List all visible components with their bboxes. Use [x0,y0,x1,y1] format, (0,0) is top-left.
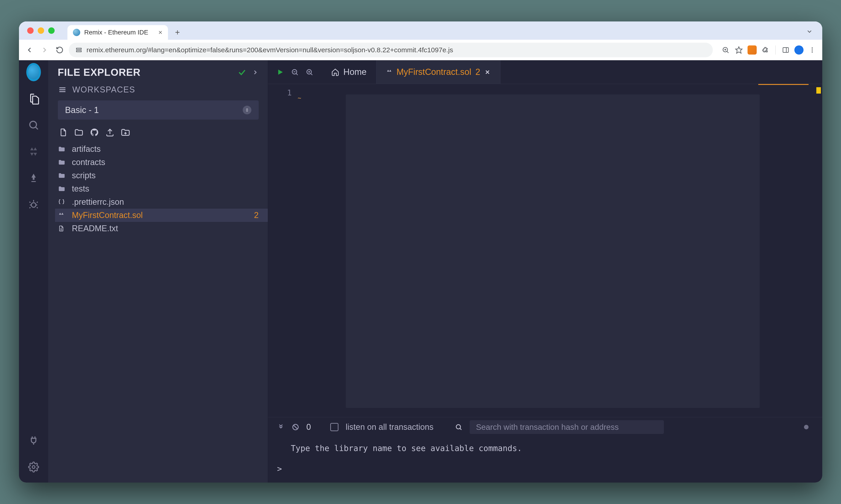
chrome-menu-icon[interactable] [807,44,818,55]
site-settings-icon[interactable] [75,46,83,54]
editor-tab-home[interactable]: Home [322,60,376,84]
terminal-search-input[interactable]: Search with transaction hash or address [470,420,664,434]
solidity-file-icon [58,212,67,219]
plugin-manager-rail-icon[interactable] [26,433,41,448]
workspaces-menu-icon[interactable] [58,85,67,94]
file-toolbar [49,124,268,142]
compile-status-check-icon[interactable] [238,68,246,77]
tab-dropdown-button[interactable] [804,25,816,37]
profile-avatar-icon[interactable] [793,44,804,55]
remix-logo-icon[interactable] [26,65,41,79]
editor-actions [268,60,322,84]
sidepanel-icon[interactable] [780,44,791,55]
zoom-out-icon[interactable] [291,68,299,76]
search-rail-icon[interactable] [26,118,41,132]
new-file-icon[interactable] [58,127,69,138]
terminal-search-icon[interactable] [455,424,462,431]
svg-point-13 [811,51,813,53]
tree-item-label: README.txt [72,224,118,233]
svg-line-21 [37,207,38,208]
address-bar[interactable]: remix.ethereum.org/#lang=en&optimize=fal… [69,43,713,57]
back-button[interactable] [23,44,35,56]
editor-tab-bar: Home MyFirstContract.sol 2 [268,60,822,84]
svg-point-14 [30,121,36,128]
settings-rail-icon[interactable] [26,460,41,474]
forward-button[interactable] [39,44,51,56]
solidity-file-icon [386,69,392,75]
solidity-compiler-rail-icon[interactable] [26,144,41,159]
workspaces-row: WORKSPACES [49,82,268,97]
minimize-window-button[interactable] [38,28,44,34]
tree-folder-artifacts[interactable]: artifacts [55,142,268,156]
bookmark-star-icon[interactable] [733,44,744,55]
close-window-button[interactable] [27,28,34,34]
listen-checkbox[interactable] [330,423,339,431]
maximize-window-button[interactable] [48,28,55,34]
editor-tab-myfirstcontract[interactable]: MyFirstContract.sol 2 [376,60,500,84]
zoom-indicator-icon[interactable] [720,44,731,55]
tree-folder-tests[interactable]: tests [55,182,268,195]
editor-gutter: 1 [268,84,298,417]
tree-folder-scripts[interactable]: scripts [55,169,268,182]
file-explorer-panel: FILE EXPLORER WORKSPACES Basic - 1 [49,60,268,483]
icon-rail [19,60,49,483]
terminal-prompt[interactable]: > [268,459,822,483]
workspace-selected-value: Basic - 1 [65,105,99,115]
panel-title: FILE EXPLORER [58,67,141,78]
braces-icon [58,198,67,206]
file-explorer-rail-icon[interactable] [26,91,41,106]
workspace-select-caret-icon [243,106,252,114]
tree-folder-contracts[interactable]: contracts [55,156,268,169]
github-icon[interactable] [89,127,100,138]
reload-button[interactable] [54,44,66,56]
browser-tab-title: Remix - Ethereum IDE [84,29,148,36]
tree-file-readme[interactable]: README.txt [55,222,268,235]
new-folder-icon[interactable] [73,127,84,138]
browser-tab-remix[interactable]: Remix - Ethereum IDE × [67,25,168,40]
zoom-in-icon[interactable] [306,68,313,76]
warning-squiggle: ~ [298,94,302,101]
tabs-bar: Remix - Ethereum IDE × + [63,21,184,40]
pending-tx-count: 0 [307,422,311,432]
panel-collapse-icon[interactable] [252,69,259,76]
new-tab-button[interactable]: + [172,26,184,38]
svg-rect-9 [783,48,788,52]
svg-point-12 [811,49,813,51]
svg-line-40 [311,73,312,75]
debugger-rail-icon[interactable] [26,197,41,212]
prompt-symbol: > [277,464,282,473]
clear-terminal-icon[interactable] [292,424,299,431]
terminal-status-dot [804,425,809,429]
tree-file-myfirstcontract[interactable]: MyFirstContract.sol2 [55,209,268,222]
tree-file-prettierrc[interactable]: .prettierrc.json [55,195,268,209]
editor-body[interactable]: 1 ~ [268,84,822,417]
tree-item-label: tests [72,184,89,194]
workspace-select[interactable]: Basic - 1 [58,101,259,120]
upload-folder-icon[interactable] [120,127,131,138]
svg-line-48 [460,429,461,430]
extensions-puzzle-icon[interactable] [760,44,771,55]
terminal-toggle-icon[interactable] [277,424,285,431]
close-tab-icon[interactable] [484,69,491,75]
panel-header: FILE EXPLORER [49,60,268,82]
editor-tab-label: MyFirstContract.sol [396,67,471,77]
close-tab-icon[interactable]: × [158,29,162,36]
metamask-extension-icon[interactable] [746,44,758,55]
browser-window: Remix - Ethereum IDE × + remix.ethereum.… [19,21,822,483]
folder-icon [58,185,67,193]
upload-icon[interactable] [104,127,116,138]
workspaces-label: WORKSPACES [72,85,135,94]
svg-marker-28 [246,108,248,109]
home-icon [331,68,339,76]
svg-point-47 [456,425,461,429]
browser-tabstrip: Remix - Ethereum IDE × + [19,21,822,40]
editor-minimap[interactable] [812,84,822,417]
run-script-icon[interactable] [276,68,284,76]
terminal-output: Type the library name to see available c… [268,437,822,459]
deploy-run-rail-icon[interactable] [26,171,41,185]
remix-app: FILE EXPLORER WORKSPACES Basic - 1 [19,60,822,483]
folder-icon [58,158,67,166]
svg-marker-29 [246,111,248,112]
code-area[interactable]: ~ [298,84,812,417]
svg-line-19 [37,202,38,203]
